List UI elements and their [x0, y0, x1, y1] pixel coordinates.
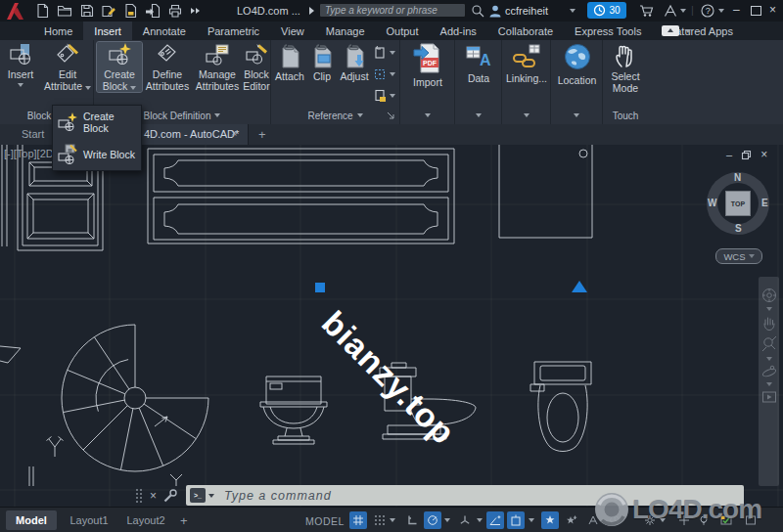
polar-tracking-toggle[interactable]	[424, 511, 441, 529]
zoom-extents-icon[interactable]	[760, 334, 778, 354]
export-icon[interactable]	[145, 3, 161, 19]
search-input[interactable]	[319, 3, 466, 18]
new-drawing-tab-button[interactable]: +	[258, 127, 266, 142]
panel-reference-label[interactable]: Reference	[271, 106, 399, 125]
save-as-icon[interactable]	[101, 3, 116, 19]
tab-view[interactable]: View	[270, 22, 315, 40]
viewcube-top-face[interactable]: TOP	[725, 191, 751, 216]
menu-item-write-block[interactable]: Write Block	[53, 138, 141, 170]
panel-data-dropdown[interactable]	[455, 106, 501, 125]
tab-add-ins[interactable]: Add-ins	[430, 22, 487, 40]
open-folder-icon[interactable]	[57, 3, 72, 19]
tab-home[interactable]: Home	[33, 22, 83, 40]
isodraft-toggle[interactable]	[456, 511, 474, 529]
manage-attributes-button[interactable]: Manage Attributes	[193, 42, 242, 92]
ribbon-collapse-button[interactable]	[662, 25, 679, 36]
location-button[interactable]: Location	[555, 42, 599, 87]
object-snap-dropdown-icon[interactable]	[529, 518, 534, 522]
polar-dropdown-icon[interactable]	[444, 518, 450, 522]
wheel-dropdown-icon[interactable]	[766, 307, 772, 311]
tab-express-tools[interactable]: Express Tools	[564, 22, 652, 40]
showmotion-icon[interactable]	[760, 389, 778, 405]
navigation-wheel-icon[interactable]	[760, 287, 778, 304]
clip-button[interactable]: Clip	[307, 42, 337, 83]
file-tab-start[interactable]: Start	[22, 128, 44, 140]
spiral-staircase-drawing[interactable]	[62, 325, 208, 471]
insert-button[interactable]: Insert	[1, 42, 40, 87]
linking-button[interactable]: Linking...	[505, 42, 548, 85]
add-layout-button[interactable]: +	[180, 513, 188, 528]
pan-hand-icon[interactable]	[760, 314, 778, 332]
save-icon[interactable]	[79, 3, 94, 19]
object-snap-toggle[interactable]	[507, 511, 525, 529]
help-icon[interactable]: ?	[701, 4, 714, 18]
toilet-front-drawing[interactable]	[260, 377, 327, 444]
username-label[interactable]: ccfreiheit	[505, 5, 548, 17]
define-attributes-button[interactable]: Define Attributes	[144, 42, 191, 92]
partial-symbols-drawing[interactable]	[0, 346, 182, 486]
viewcube-north[interactable]: N	[734, 172, 741, 183]
snap-to-underlay-button[interactable]	[372, 88, 395, 104]
model-space-label[interactable]: MODEL	[305, 515, 345, 527]
drawing-canvas[interactable]: [-][Top][2D Wireframe] – × N W E S TOP W…	[0, 145, 783, 507]
user-icon[interactable]	[488, 4, 502, 18]
search-icon[interactable]	[471, 4, 484, 18]
import-button[interactable]: PDF Import	[407, 42, 448, 89]
zoom-dropdown-icon[interactable]	[766, 357, 772, 361]
file-tab-active-label[interactable]: 4D.com - AutoCAD*	[144, 128, 239, 140]
snap-toggle[interactable]	[371, 511, 389, 529]
maximize-button[interactable]	[751, 6, 761, 16]
toilet-top-drawing[interactable]	[530, 362, 591, 452]
snap-dropdown-icon[interactable]	[390, 518, 395, 522]
minimize-button[interactable]: –	[733, 4, 740, 16]
tab-manage[interactable]: Manage	[315, 22, 376, 40]
autodesk-app-icon[interactable]	[664, 4, 677, 18]
edit-attribute-button[interactable]: Edit Attribute	[42, 42, 93, 92]
wcs-selector[interactable]: WCS	[715, 248, 762, 264]
create-block-button[interactable]: Create Block	[97, 42, 142, 92]
object-snap-tracking-toggle[interactable]	[486, 511, 504, 529]
frame-setting-button[interactable]	[372, 66, 395, 82]
tab-insert[interactable]: Insert	[83, 22, 132, 40]
file-tab-close-icon[interactable]: ×	[231, 127, 237, 139]
tab-annotate[interactable]: Annotate	[132, 22, 197, 40]
title-play-icon[interactable]	[309, 7, 314, 15]
ribbon-collapse-dropdown-icon[interactable]	[685, 29, 691, 33]
panel-touch-label[interactable]: Touch	[603, 106, 648, 125]
panel-linking-dropdown[interactable]	[502, 106, 550, 125]
panel-import-dropdown[interactable]	[400, 106, 454, 125]
underlay-layers-button[interactable]	[372, 45, 395, 61]
drawing-entities[interactable]	[0, 145, 783, 507]
menu-item-create-block[interactable]: Create Block	[53, 106, 141, 138]
autodesk-dropdown-icon[interactable]	[680, 9, 686, 13]
panel-location-dropdown[interactable]	[551, 106, 602, 125]
annotation-autoscale-toggle[interactable]	[563, 511, 580, 529]
tab-layout2[interactable]: Layout2	[119, 510, 172, 530]
orbit-icon[interactable]	[760, 364, 778, 379]
tab-output[interactable]: Output	[376, 22, 430, 40]
customize-wrench-icon[interactable]	[162, 488, 178, 504]
qat-expand-icon[interactable]	[190, 5, 202, 17]
viewcube-south[interactable]: S	[735, 223, 742, 234]
annotation-visibility-toggle[interactable]	[541, 511, 559, 529]
block-editor-button[interactable]: Block Editor	[244, 42, 269, 92]
insert-dropdown-icon[interactable]	[18, 83, 23, 87]
tab-collaborate[interactable]: Collaborate	[487, 22, 564, 40]
drawing-restore-icon[interactable]	[741, 150, 752, 160]
grid-toggle[interactable]	[349, 511, 367, 529]
isodraft-dropdown-icon[interactable]	[477, 518, 483, 522]
command-bar-grip[interactable]	[135, 488, 143, 504]
right-door-drawing[interactable]	[499, 145, 592, 238]
viewcube-east[interactable]: E	[761, 198, 768, 208]
adjust-button[interactable]: Adjust	[339, 42, 370, 83]
command-bar-close-icon[interactable]: ×	[150, 489, 157, 503]
cart-icon[interactable]	[639, 4, 655, 19]
block-markers[interactable]	[315, 281, 587, 292]
drawing-minimize-icon[interactable]: –	[726, 149, 732, 160]
command-prompt-icon[interactable]: >_	[190, 488, 206, 503]
new-file-icon[interactable]	[35, 3, 50, 19]
data-button[interactable]: A Data	[459, 42, 498, 85]
attach-button[interactable]: Attach	[274, 42, 305, 83]
select-mode-button[interactable]: Select Mode	[606, 42, 645, 94]
close-button[interactable]: ×	[769, 4, 776, 16]
